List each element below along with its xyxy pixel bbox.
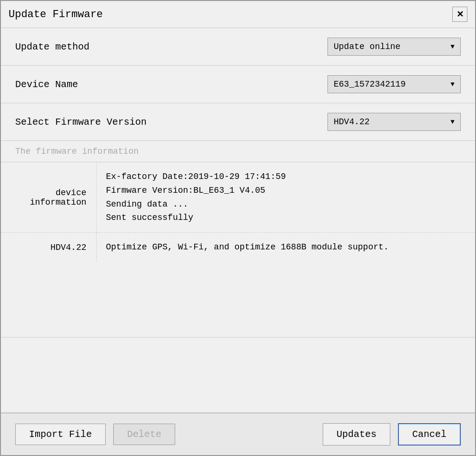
update-method-dropdown[interactable]: Update online ▼ <box>327 38 461 56</box>
device-name-label: Device Name <box>15 79 78 90</box>
import-file-button[interactable]: Import File <box>15 424 106 445</box>
content-area: Update method Update online ▼ Device Nam… <box>1 28 475 413</box>
footer-right-buttons: Updates Cancel <box>323 423 461 446</box>
dropdown-arrow-icon: ▼ <box>451 43 455 50</box>
firmware-version-value: HDV4.22 <box>334 117 370 127</box>
device-info-line-4: Sent successfully <box>106 211 466 225</box>
device-info-row: deviceinformation Ex-factory Date:2019-1… <box>1 162 475 233</box>
version-info-row-label: HDV4.22 <box>1 233 96 262</box>
device-info-row-label: deviceinformation <box>1 162 96 233</box>
delete-button: Delete <box>113 424 175 445</box>
firmware-version-dropdown[interactable]: HDV4.22 ▼ <box>327 113 461 131</box>
firmware-version-section: Select Firmware Version HDV4.22 ▼ <box>1 103 475 141</box>
version-info-description: Optimize GPS, Wi-Fi, and optimize 1688B … <box>96 233 475 262</box>
update-firmware-dialog: Update Firmware ✕ Update method Update o… <box>0 0 476 456</box>
info-table: deviceinformation Ex-factory Date:2019-1… <box>1 162 475 262</box>
device-name-value: E63_1572342119 <box>334 79 406 89</box>
empty-section <box>1 337 475 413</box>
version-info-row: HDV4.22 Optimize GPS, Wi-Fi, and optimiz… <box>1 233 475 262</box>
device-name-dropdown[interactable]: E63_1572342119 ▼ <box>327 75 461 93</box>
cancel-button[interactable]: Cancel <box>398 423 461 446</box>
device-info-row-content: Ex-factory Date:2019-10-29 17:41:59 Firm… <box>96 162 475 233</box>
update-method-label: Update method <box>15 41 89 52</box>
firmware-info-label: The firmware information <box>15 147 139 156</box>
update-method-section: Update method Update online ▼ <box>1 28 475 66</box>
firmware-dropdown-arrow-icon: ▼ <box>451 118 455 126</box>
info-table-section: deviceinformation Ex-factory Date:2019-1… <box>1 162 475 337</box>
updates-button[interactable]: Updates <box>323 423 390 446</box>
device-dropdown-arrow-icon: ▼ <box>451 80 455 88</box>
device-info-line-3: Sending data ... <box>106 198 466 211</box>
firmware-info-header: The firmware information <box>1 141 475 162</box>
dialog-title: Update Firmware <box>9 9 103 20</box>
footer-left-buttons: Import File Delete <box>15 424 175 445</box>
device-info-line-1: Ex-factory Date:2019-10-29 17:41:59 <box>106 170 466 184</box>
device-name-section: Device Name E63_1572342119 ▼ <box>1 66 475 103</box>
close-button[interactable]: ✕ <box>452 7 467 22</box>
footer: Import File Delete Updates Cancel <box>1 413 475 455</box>
firmware-version-label: Select Firmware Version <box>15 117 147 128</box>
title-bar: Update Firmware ✕ <box>1 1 475 28</box>
device-info-line-2: Firmware Version:BL_E63_1 V4.05 <box>106 184 466 198</box>
update-method-value: Update online <box>334 42 400 51</box>
